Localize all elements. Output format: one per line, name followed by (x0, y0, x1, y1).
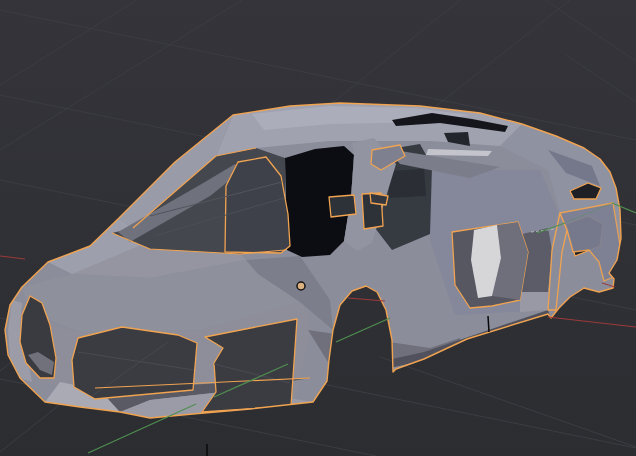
blender-3d-viewport[interactable] (0, 0, 636, 456)
grille-left-hole[interactable] (72, 327, 197, 399)
viewport-canvas[interactable] (0, 0, 636, 456)
interior-far-rect[interactable] (388, 169, 426, 198)
stray-edge-tick (488, 316, 489, 332)
far-window-1[interactable] (329, 195, 356, 217)
rear-lower-strip[interactable] (520, 292, 548, 312)
object-origin-dot[interactable] (297, 282, 305, 290)
